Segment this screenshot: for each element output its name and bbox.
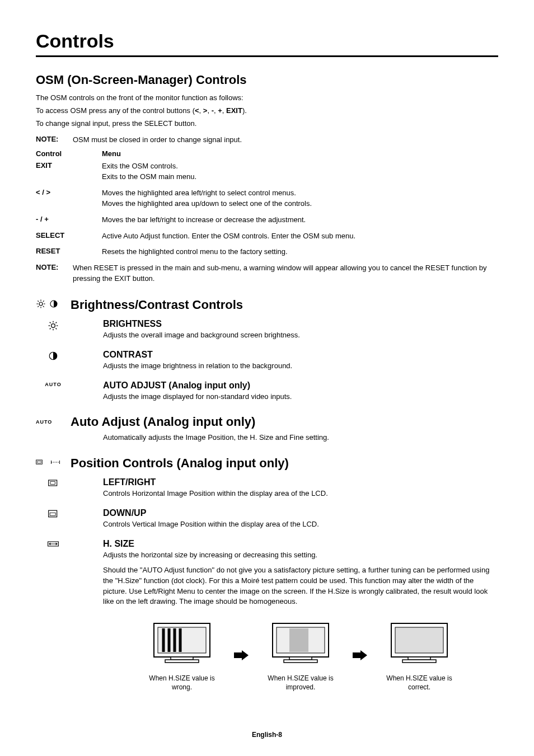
svg-line-5 bbox=[38, 300, 39, 302]
svg-line-17 bbox=[50, 328, 51, 329]
svg-marker-41 bbox=[234, 650, 249, 660]
svg-rect-40 bbox=[165, 660, 199, 663]
svg-rect-49 bbox=[395, 627, 443, 653]
auto-icon: AUTO bbox=[45, 382, 61, 387]
svg-rect-46 bbox=[284, 660, 317, 663]
ctrl-desc: Moves the highlighted area left/right to… bbox=[102, 188, 312, 209]
svg-rect-26 bbox=[50, 482, 55, 485]
ctrl-name: SELECT bbox=[36, 231, 102, 242]
leftright-icon bbox=[48, 478, 59, 490]
svg-rect-34 bbox=[158, 627, 206, 653]
svg-marker-31 bbox=[49, 543, 50, 546]
table-row: EXIT Exits the OSM controls. Exits to th… bbox=[36, 161, 498, 182]
note-label: NOTE: bbox=[36, 263, 73, 284]
osm-intro-3: To change signal input, press the SELECT… bbox=[36, 119, 498, 129]
autoadj-title: AUTO ADJUST (Analog input only) bbox=[103, 381, 292, 391]
note-row-1: NOTE: OSM must be closed in order to cha… bbox=[36, 135, 498, 145]
svg-rect-51 bbox=[402, 660, 436, 663]
svg-rect-25 bbox=[49, 480, 57, 486]
note-body: When RESET is pressed in the main and su… bbox=[73, 263, 498, 284]
auto-heading: Auto Adjust (Analog input only) bbox=[71, 415, 255, 429]
hsize-title: H. SIZE bbox=[103, 539, 498, 549]
osm-intro-1: The OSM controls on the front of the mon… bbox=[36, 93, 498, 104]
fig-caption-3: When H.SIZE value is correct. bbox=[377, 674, 461, 692]
arrow-right-icon bbox=[234, 650, 249, 663]
page-footer: English-8 bbox=[36, 731, 498, 739]
svg-point-10 bbox=[51, 324, 55, 328]
monitor-improved-icon bbox=[270, 658, 331, 667]
svg-marker-32 bbox=[56, 543, 58, 546]
fig-caption-2: When H.SIZE value is improved. bbox=[259, 674, 343, 692]
svg-line-18 bbox=[55, 322, 57, 323]
autoadj-desc: Adjusts the image displayed for non-stan… bbox=[103, 392, 292, 402]
table-row: - / + Moves the bar left/right to increa… bbox=[36, 215, 498, 226]
svg-rect-21 bbox=[38, 461, 41, 463]
note-label: NOTE: bbox=[36, 135, 73, 145]
svg-marker-47 bbox=[353, 650, 367, 660]
contrast-desc: Adjusts the image brightness in relation… bbox=[103, 361, 292, 372]
ctrl-name: EXIT bbox=[36, 161, 102, 182]
table-row: < / > Moves the highlighted area left/ri… bbox=[36, 188, 498, 209]
svg-rect-20 bbox=[36, 460, 43, 464]
brightness-icon bbox=[36, 299, 46, 311]
monitor-correct-icon bbox=[388, 658, 450, 667]
note-row-2: NOTE: When RESET is pressed in the main … bbox=[36, 263, 498, 284]
arrow-right-icon bbox=[353, 650, 367, 663]
hsize-figures: When H.SIZE value is wrong. When H.SIZE … bbox=[36, 621, 498, 692]
brightness-title: BRIGHTNESS bbox=[103, 319, 300, 329]
svg-line-15 bbox=[50, 322, 51, 323]
ctrl-desc: Active Auto Adjust function. Enter the O… bbox=[102, 231, 355, 242]
brightness-icon bbox=[48, 320, 59, 334]
ctrl-head-control: Control bbox=[36, 149, 102, 158]
downup-title: DOWN/UP bbox=[103, 508, 319, 518]
page-title: Controls bbox=[36, 30, 498, 52]
svg-line-7 bbox=[38, 306, 39, 307]
ctrl-desc: Resets the highlighted control menu to t… bbox=[102, 247, 288, 257]
ctrl-table-head: Control Menu bbox=[36, 149, 498, 158]
ctrl-name: - / + bbox=[36, 215, 102, 226]
svg-line-16 bbox=[55, 328, 57, 329]
svg-point-0 bbox=[39, 302, 43, 306]
svg-line-8 bbox=[43, 300, 44, 302]
ctrl-head-menu: Menu bbox=[102, 149, 121, 158]
note-body: OSM must be closed in order to change si… bbox=[73, 135, 242, 145]
hsize-icon bbox=[47, 540, 59, 550]
contrast-title: CONTRAST bbox=[103, 350, 292, 360]
svg-rect-44 bbox=[289, 628, 308, 652]
brightness-desc: Adjusts the overall image and background… bbox=[103, 330, 300, 341]
contrast-icon bbox=[48, 351, 58, 363]
table-row: RESET Resets the highlighted control men… bbox=[36, 247, 498, 257]
contrast-icon bbox=[49, 299, 58, 311]
ctrl-desc: Exits the OSM controls. Exits to the OSM… bbox=[102, 161, 196, 182]
bc-heading: Brightness/Contrast Controls bbox=[71, 298, 243, 312]
ctrl-name: < / > bbox=[36, 188, 102, 209]
hsize-extra: Should the "AUTO Adjust function" do not… bbox=[103, 565, 498, 607]
fig-caption-1: When H.SIZE value is wrong. bbox=[140, 674, 224, 692]
table-row: SELECT Active Auto Adjust function. Ente… bbox=[36, 231, 498, 242]
hsize-icon bbox=[50, 458, 60, 468]
svg-line-6 bbox=[43, 306, 44, 307]
leftright-desc: Controls Horizontal Image Position withi… bbox=[103, 489, 328, 499]
ctrl-desc: Moves the bar left/right to increase or … bbox=[102, 215, 306, 226]
osm-intro-2: To access OSM press any of the control b… bbox=[36, 106, 498, 116]
downup-icon bbox=[48, 509, 59, 520]
auto-body: Automatically adjusts the Image Position… bbox=[36, 433, 498, 443]
monitor-wrong-icon bbox=[151, 658, 213, 667]
leftright-title: LEFT/RIGHT bbox=[103, 477, 328, 487]
hsize-desc: Adjusts the horizontal size by increasin… bbox=[103, 550, 498, 561]
auto-icon: AUTO bbox=[36, 419, 52, 425]
position-icon bbox=[36, 458, 47, 469]
downup-desc: Controls Vertical Image Position within … bbox=[103, 519, 319, 530]
pos-heading: Position Controls (Analog input only) bbox=[71, 456, 289, 471]
title-rule bbox=[36, 55, 498, 57]
svg-rect-28 bbox=[50, 513, 55, 516]
ctrl-name: RESET bbox=[36, 247, 102, 257]
osm-heading: OSM (On-Screen-Manager) Controls bbox=[36, 73, 498, 87]
